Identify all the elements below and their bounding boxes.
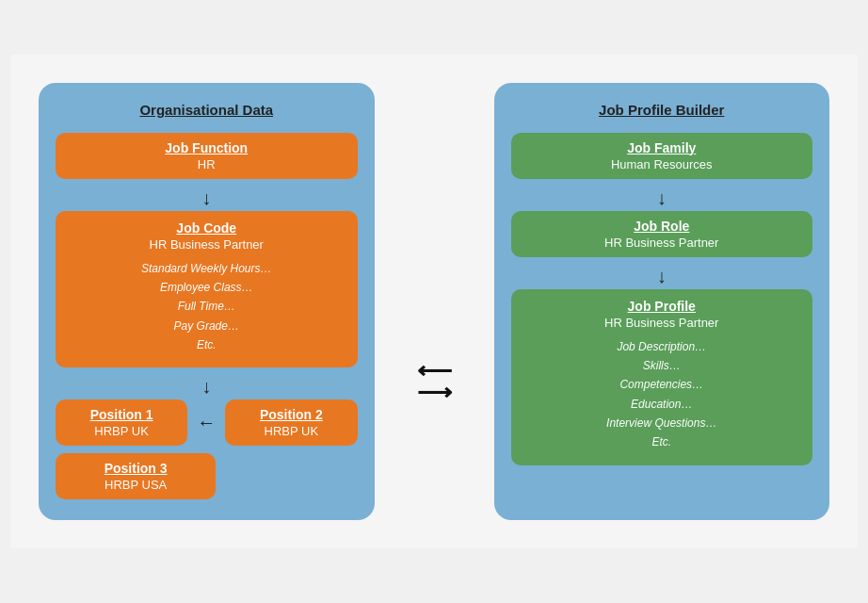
arrow-down-2: ↓ bbox=[56, 377, 358, 396]
positions-row-1: Position 1 HRBP UK ← Position 2 HRBP UK bbox=[56, 399, 358, 446]
left-panel-title: Organisational Data bbox=[56, 102, 358, 118]
job-code-label: Job Code bbox=[69, 220, 345, 236]
job-profile-label: Job Profile bbox=[524, 299, 800, 314]
job-role-value: HR Business Partner bbox=[524, 236, 800, 250]
position3-label: Position 3 bbox=[69, 461, 202, 476]
job-family-label: Job Family bbox=[524, 140, 800, 155]
arrow-down-4: ↓ bbox=[511, 267, 813, 285]
position1-label: Position 1 bbox=[69, 407, 174, 422]
job-code-value: HR Business Partner bbox=[69, 237, 345, 252]
right-panel-title: Job Profile Builder bbox=[511, 102, 813, 118]
arrow-left-1: ← bbox=[197, 399, 216, 446]
diagram-container: Organisational Data Job Function HR ↓ Jo… bbox=[10, 55, 858, 549]
bidirectional-connector: ⟵ ⟶ bbox=[417, 243, 452, 521]
job-profile-box: Job Profile HR Business Partner Job Desc… bbox=[511, 289, 813, 465]
positions-row-2: Position 3 HRBP USA bbox=[56, 453, 358, 499]
arrow-bidirectional: ⟵ ⟶ bbox=[417, 356, 452, 407]
job-role-box: Job Role HR Business Partner bbox=[511, 211, 813, 257]
position2-box: Position 2 HRBP UK bbox=[225, 399, 357, 446]
job-role-label: Job Role bbox=[524, 219, 800, 234]
position2-value: HRBP UK bbox=[238, 424, 344, 438]
job-profile-details: Job Description… Skills… Competencies… E… bbox=[524, 337, 800, 452]
job-function-label: Job Function bbox=[69, 140, 345, 155]
job-function-box: Job Function HR bbox=[56, 133, 358, 179]
job-family-box: Job Family Human Resources bbox=[511, 133, 813, 179]
arrow-down-3: ↓ bbox=[511, 188, 813, 207]
position2-label: Position 2 bbox=[238, 407, 344, 422]
right-panel: Job Profile Builder Job Family Human Res… bbox=[494, 83, 830, 521]
job-code-details: Standard Weekly Hours… Employee Class… F… bbox=[69, 259, 345, 355]
job-function-value: HR bbox=[69, 157, 345, 171]
left-panel: Organisational Data Job Function HR ↓ Jo… bbox=[39, 83, 375, 521]
position1-value: HRBP UK bbox=[69, 424, 174, 438]
position1-box: Position 1 HRBP UK bbox=[56, 399, 187, 446]
position3-value: HRBP USA bbox=[69, 478, 202, 492]
job-code-box: Job Code HR Business Partner Standard We… bbox=[56, 211, 358, 368]
arrow-down-1: ↓ bbox=[56, 188, 358, 207]
job-family-value: Human Resources bbox=[524, 157, 800, 171]
job-profile-value: HR Business Partner bbox=[524, 316, 800, 330]
position3-box: Position 3 HRBP USA bbox=[56, 453, 216, 499]
